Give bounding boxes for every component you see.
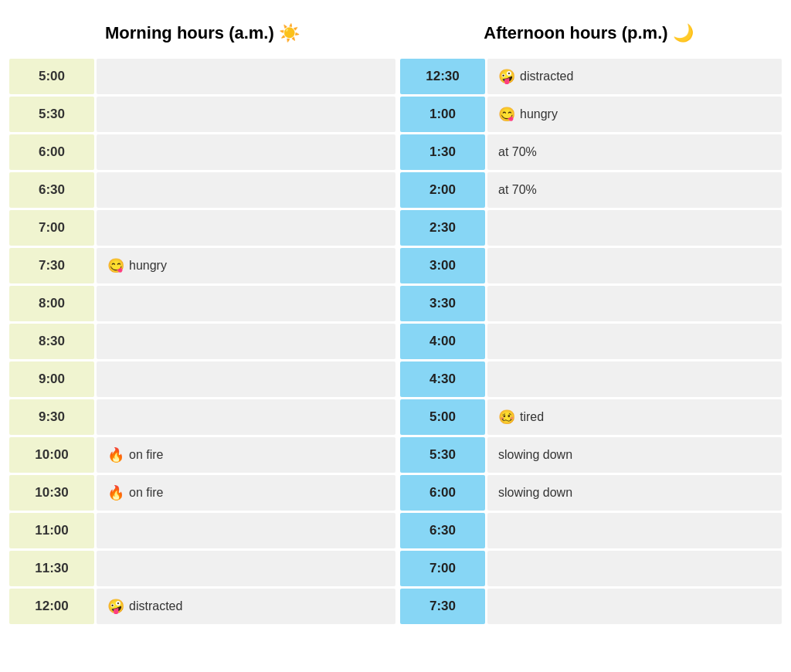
am-time-cell: 5:00 xyxy=(9,59,94,94)
pm-time-cell: 3:30 xyxy=(400,286,485,321)
pm-content-cell xyxy=(487,361,782,397)
am-time-cell: 10:30 xyxy=(9,475,94,511)
table-row: 9:30 xyxy=(9,399,396,435)
am-time-cell: 5:30 xyxy=(9,97,94,132)
pm-content-cell xyxy=(487,286,782,321)
table-row: 10:30🔥on fire xyxy=(9,475,396,511)
table-row: 10:00🔥on fire xyxy=(9,437,396,473)
am-content-cell xyxy=(97,134,396,170)
column-headers: Morning hours (a.m.) ☀️ Afternoon hours … xyxy=(9,15,782,51)
table-row: 11:00 xyxy=(9,513,396,548)
status-emoji: 😋 xyxy=(498,106,515,123)
status-emoji: 🔥 xyxy=(107,484,124,501)
table-row: 6:30 xyxy=(9,172,396,208)
status-text: at 70% xyxy=(498,183,537,197)
am-time-cell: 8:30 xyxy=(9,324,94,359)
pm-time-cell: 4:30 xyxy=(400,361,485,397)
am-time-cell: 8:00 xyxy=(9,286,94,321)
pm-content-cell xyxy=(487,210,782,246)
header-pm: Afternoon hours (p.m.) 🌙 xyxy=(396,15,782,51)
status-text: tired xyxy=(520,410,544,424)
status-text: distracted xyxy=(129,599,182,613)
status-text: on fire xyxy=(129,486,163,500)
pm-time-cell: 7:00 xyxy=(400,551,485,586)
pm-time-cell: 2:30 xyxy=(400,210,485,246)
am-content-cell: 🔥on fire xyxy=(97,475,396,511)
am-content-cell xyxy=(97,324,396,359)
pm-column: 12:30🤪distracted1:00😋hungry1:30at 70%2:0… xyxy=(396,59,782,626)
status-emoji: 🤪 xyxy=(107,598,124,615)
status-text: hungry xyxy=(129,259,167,273)
am-content-cell: 🤪distracted xyxy=(97,589,396,624)
table-row: 11:30 xyxy=(9,551,396,586)
status-text: slowing down xyxy=(498,486,572,500)
table-row: 9:00 xyxy=(9,361,396,397)
am-time-cell: 10:00 xyxy=(9,437,94,473)
am-content-cell xyxy=(97,59,396,94)
am-content-cell: 🔥on fire xyxy=(97,437,396,473)
pm-content-cell: 🥴tired xyxy=(487,399,782,435)
table-row: 2:00at 70% xyxy=(400,172,782,208)
pm-time-cell: 2:00 xyxy=(400,172,485,208)
am-time-cell: 11:30 xyxy=(9,551,94,586)
am-time-cell: 9:00 xyxy=(9,361,94,397)
am-content-cell xyxy=(97,172,396,208)
status-emoji: 🔥 xyxy=(107,446,124,463)
am-time-cell: 11:00 xyxy=(9,513,94,548)
am-time-cell: 9:30 xyxy=(9,399,94,435)
pm-content-cell: slowing down xyxy=(487,475,782,511)
table-row: 5:30slowing down xyxy=(400,437,782,473)
am-time-cell: 12:00 xyxy=(9,589,94,624)
status-emoji: 😋 xyxy=(107,257,124,274)
pm-time-cell: 1:00 xyxy=(400,97,485,132)
table-row: 2:30 xyxy=(400,210,782,246)
status-text: at 70% xyxy=(498,145,537,159)
pm-content-cell: 🤪distracted xyxy=(487,59,782,94)
status-text: hungry xyxy=(520,107,558,121)
am-content-cell xyxy=(97,361,396,397)
table-row: 7:30 xyxy=(400,589,782,624)
table-row: 4:00 xyxy=(400,324,782,359)
am-column: 5:005:306:006:307:007:30😋hungry8:008:309… xyxy=(9,59,396,626)
pm-content-cell xyxy=(487,513,782,548)
pm-content-cell xyxy=(487,589,782,624)
pm-content-cell xyxy=(487,551,782,586)
pm-time-cell: 6:00 xyxy=(400,475,485,511)
am-content-cell xyxy=(97,97,396,132)
table-row: 5:30 xyxy=(9,97,396,132)
table-row: 8:00 xyxy=(9,286,396,321)
pm-time-cell: 12:30 xyxy=(400,59,485,94)
table-row: 12:30🤪distracted xyxy=(400,59,782,94)
status-text: distracted xyxy=(520,70,573,83)
table-row: 5:00🥴tired xyxy=(400,399,782,435)
pm-time-cell: 7:30 xyxy=(400,589,485,624)
pm-time-cell: 4:00 xyxy=(400,324,485,359)
status-emoji: 🤪 xyxy=(498,68,515,85)
am-time-cell: 7:30 xyxy=(9,248,94,283)
table-row: 7:30😋hungry xyxy=(9,248,396,283)
am-content-cell: 😋hungry xyxy=(97,248,396,283)
table-row: 4:30 xyxy=(400,361,782,397)
table-row: 6:00 xyxy=(9,134,396,170)
table-row: 3:30 xyxy=(400,286,782,321)
table-row: 5:00 xyxy=(9,59,396,94)
pm-content-cell: slowing down xyxy=(487,437,782,473)
am-time-cell: 6:00 xyxy=(9,134,94,170)
pm-time-cell: 5:30 xyxy=(400,437,485,473)
table-row: 1:00😋hungry xyxy=(400,97,782,132)
pm-time-cell: 5:00 xyxy=(400,399,485,435)
am-content-cell xyxy=(97,513,396,548)
table-row: 3:00 xyxy=(400,248,782,283)
schedule-grid: 5:005:306:006:307:007:30😋hungry8:008:309… xyxy=(9,59,782,626)
am-time-cell: 6:30 xyxy=(9,172,94,208)
pm-time-cell: 1:30 xyxy=(400,134,485,170)
status-emoji: 🥴 xyxy=(498,409,515,426)
am-content-cell xyxy=(97,551,396,586)
table-row: 1:30at 70% xyxy=(400,134,782,170)
am-content-cell xyxy=(97,399,396,435)
table-row: 8:30 xyxy=(9,324,396,359)
pm-content-cell: 😋hungry xyxy=(487,97,782,132)
main-container: Morning hours (a.m.) ☀️ Afternoon hours … xyxy=(9,15,782,626)
table-row: 6:00slowing down xyxy=(400,475,782,511)
status-text: on fire xyxy=(129,448,163,462)
